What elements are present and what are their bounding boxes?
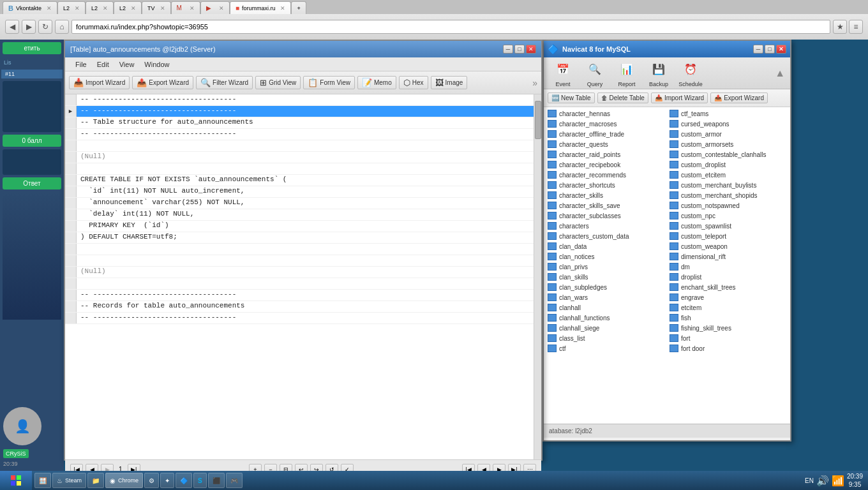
backup-button[interactable]: 💾 Backup: [645, 59, 673, 87]
list-item[interactable]: characters_custom_data: [545, 231, 667, 241]
list-item[interactable]: character_recipebook: [545, 160, 667, 170]
list-item[interactable]: class_list: [545, 333, 667, 343]
expand-icon[interactable]: ▲: [775, 68, 785, 79]
menu-button[interactable]: ≡: [849, 20, 863, 34]
export-wizard-button[interactable]: 📤 Export Wizard: [132, 76, 193, 89]
list-item[interactable]: clan_wars: [545, 292, 667, 302]
list-item[interactable]: enchant_skill_trees: [667, 282, 789, 292]
taskbar-item-steam[interactable]: ♨Steam: [52, 473, 86, 488]
list-item[interactable]: custom_armor: [667, 129, 789, 139]
list-item[interactable]: character_macroses: [545, 119, 667, 129]
list-item[interactable]: custom_spawnlist: [667, 221, 789, 231]
import-wizard-button[interactable]: 📥 Import Wizard: [69, 76, 130, 89]
new-table-button[interactable]: 🆕 New Table: [548, 93, 595, 103]
list-item[interactable]: character_skills: [545, 190, 667, 200]
delete-table-button[interactable]: 🗑 Delete Table: [597, 93, 648, 103]
grid-view-button[interactable]: ⊞ Grid View: [255, 76, 301, 89]
list-item[interactable]: cursed_weapons: [667, 119, 789, 129]
forward-button[interactable]: ▶: [22, 20, 36, 34]
star-button[interactable]: ★: [833, 20, 847, 34]
list-item[interactable]: custom_weapon: [667, 241, 789, 251]
taskbar-item-files[interactable]: 📁: [87, 473, 104, 488]
browser-tab-4[interactable]: L2 ✕: [114, 1, 142, 14]
list-item[interactable]: ctf: [545, 343, 667, 353]
list-item[interactable]: custom_merchant_shopids: [667, 190, 789, 200]
minimize-button[interactable]: ─: [753, 45, 763, 54]
taskbar-item-app4[interactable]: 🎮: [226, 473, 243, 488]
reply-button[interactable]: Ответ: [3, 177, 61, 189]
taskbar-item-app2[interactable]: ✦: [160, 473, 174, 488]
taskbar-item-app1[interactable]: ⚙: [144, 473, 159, 488]
address-bar[interactable]: [71, 20, 830, 34]
filter-wizard-button[interactable]: 🔍 Filter Wizard: [196, 76, 253, 89]
sql-scrollbar[interactable]: [534, 94, 541, 459]
list-item[interactable]: clanhall_functions: [545, 313, 667, 323]
list-item[interactable]: fish: [667, 313, 789, 323]
create-button[interactable]: етить: [3, 42, 61, 54]
report-button[interactable]: 📊 Report: [613, 59, 641, 87]
close-button[interactable]: ✕: [526, 45, 536, 54]
list-item[interactable]: custom_etcitem: [667, 170, 789, 180]
event-button[interactable]: 📅 Event: [549, 59, 577, 87]
toolbar-expand[interactable]: »: [532, 78, 537, 88]
image-button[interactable]: 🖼 Image: [431, 76, 468, 89]
browser-tab-new[interactable]: +: [291, 1, 306, 14]
menu-file[interactable]: File: [70, 59, 92, 70]
list-item[interactable]: characters: [545, 221, 667, 231]
browser-tab-3[interactable]: L2 ✕: [86, 1, 114, 14]
list-item[interactable]: dimensional_rift: [667, 251, 789, 262]
start-button[interactable]: [0, 471, 32, 490]
list-item[interactable]: fishing_skill_trees: [667, 323, 789, 333]
form-view-button[interactable]: 📋 Form View: [303, 76, 355, 89]
list-item[interactable]: character_shortcuts: [545, 180, 667, 190]
list-item[interactable]: custom_npc: [667, 211, 789, 221]
menu-window[interactable]: Window: [139, 59, 174, 70]
list-item[interactable]: clan_skills: [545, 272, 667, 282]
list-item[interactable]: fort: [667, 333, 789, 343]
list-item[interactable]: character_skills_save: [545, 200, 667, 211]
list-item[interactable]: ctf_teams: [667, 108, 789, 119]
list-item[interactable]: character_recommends: [545, 170, 667, 180]
menu-view[interactable]: View: [114, 59, 140, 70]
browser-tab-1[interactable]: В Vkontakte ✕: [3, 1, 57, 14]
list-item[interactable]: clanhall: [545, 302, 667, 313]
minimize-button[interactable]: ─: [503, 45, 513, 54]
import-wizard-button[interactable]: 📥 Import Wizard: [651, 93, 708, 103]
list-item[interactable]: dm: [667, 262, 789, 272]
reload-button[interactable]: ↻: [38, 20, 52, 34]
menu-edit[interactable]: Edit: [92, 59, 114, 70]
list-item[interactable]: custom_droplist: [667, 160, 789, 170]
taskbar-item-skype[interactable]: S: [193, 473, 207, 488]
back-button[interactable]: ◀: [5, 20, 19, 34]
hex-button[interactable]: ⬡ Hex: [399, 76, 428, 89]
system-clock[interactable]: 20:39 9:35: [847, 472, 863, 489]
list-item[interactable]: fort door: [667, 343, 789, 353]
list-item[interactable]: character_subclasses: [545, 211, 667, 221]
close-button[interactable]: ✕: [776, 45, 786, 54]
list-item[interactable]: clan_subpledges: [545, 282, 667, 292]
browser-tab-6[interactable]: M ✕: [171, 1, 200, 14]
list-item[interactable]: clanhall_siege: [545, 323, 667, 333]
browser-tab-5[interactable]: TV ✕: [142, 1, 171, 14]
browser-tab-2[interactable]: L2 ✕: [57, 1, 86, 14]
schedule-button[interactable]: ⏰ Schedule: [677, 59, 705, 87]
home-button[interactable]: ⌂: [55, 20, 69, 34]
taskbar-item-windows[interactable]: 🪟: [34, 473, 51, 488]
language-indicator[interactable]: EN: [805, 477, 814, 484]
memo-button[interactable]: 📝 Memo: [357, 76, 396, 89]
list-item[interactable]: clan_notices: [545, 251, 667, 262]
list-item[interactable]: droplist: [667, 272, 789, 282]
maximize-button[interactable]: □: [514, 45, 525, 54]
list-item[interactable]: custom_armorsets: [667, 139, 789, 149]
browser-tab-7[interactable]: ▶ ✕: [200, 1, 230, 14]
taskbar-item-app3[interactable]: ⬛: [208, 473, 225, 488]
list-item[interactable]: character_offline_trade: [545, 129, 667, 139]
list-item[interactable]: clan_privs: [545, 262, 667, 272]
list-item[interactable]: character_hennas: [545, 108, 667, 119]
list-item[interactable]: character_quests: [545, 139, 667, 149]
list-item[interactable]: etcitem: [667, 302, 789, 313]
list-item[interactable]: custom_teleport: [667, 231, 789, 241]
list-item[interactable]: engrave: [667, 292, 789, 302]
list-item[interactable]: custom_merchant_buylists: [667, 180, 789, 190]
list-item[interactable]: clan_data: [545, 241, 667, 251]
